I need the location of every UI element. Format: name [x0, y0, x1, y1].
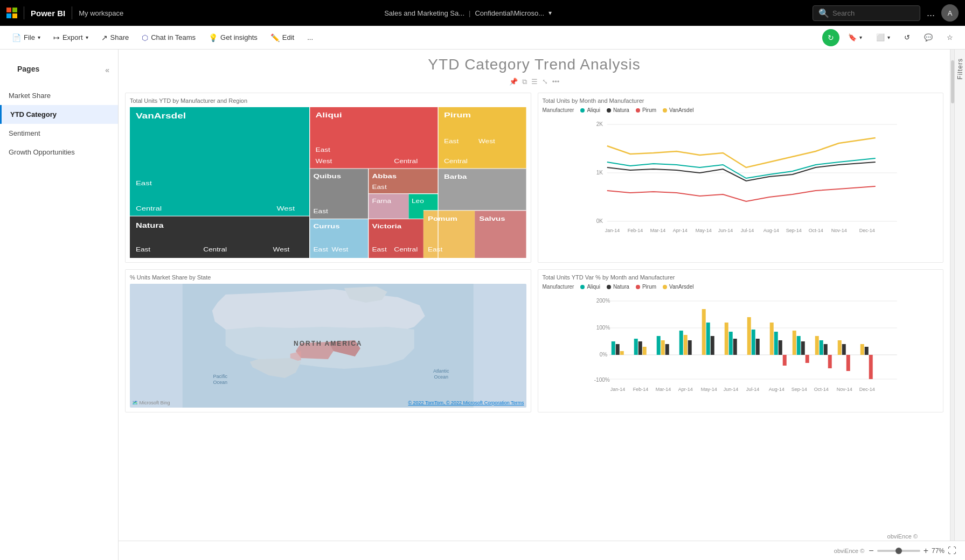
- legend-aliqui: Aliqui: [580, 107, 600, 113]
- svg-text:VanArsdel: VanArsdel: [136, 111, 186, 120]
- pages-title: Pages: [9, 60, 48, 80]
- star-button[interactable]: ☆: [941, 31, 959, 44]
- svg-text:NORTH AMERICA: NORTH AMERICA: [294, 340, 363, 347]
- svg-rect-118: [778, 340, 782, 355]
- svg-rect-107: [702, 309, 705, 355]
- copy-icon[interactable]: ⧉: [522, 78, 527, 86]
- powerbi-brand: Power BI: [31, 9, 65, 18]
- sidebar-item-ytd-category[interactable]: YTD Category: [0, 105, 118, 124]
- svg-text:Jul-14: Jul-14: [740, 228, 754, 233]
- bar-legend-aliqui: Aliqui: [580, 284, 600, 290]
- svg-text:West: West: [478, 138, 495, 145]
- export-icon: ↦: [53, 33, 60, 42]
- line-chart-container: Total Units by Month and Manufacturer Ma…: [538, 93, 944, 263]
- export-button[interactable]: ↦ Export ▾: [48, 31, 94, 44]
- svg-rect-122: [801, 341, 804, 355]
- bar-chart-legend: Manufacturer Aliqui Natura Pirum: [543, 284, 939, 290]
- svg-text:Oct-14: Oct-14: [814, 387, 828, 392]
- svg-text:Nov-14: Nov-14: [831, 228, 846, 233]
- zoom-slider[interactable]: [877, 550, 920, 552]
- svg-text:Aug-14: Aug-14: [768, 387, 784, 392]
- more-options-button[interactable]: ...: [925, 8, 937, 19]
- line-chart-legend: Manufacturer Aliqui Natura Pirum: [543, 107, 939, 113]
- svg-text:0K: 0K: [596, 218, 603, 224]
- chat-in-teams-button[interactable]: ⬡ Chat in Teams: [136, 31, 201, 44]
- map-terms[interactable]: © 2022 TomTom, © 2022 Microsoft Corporat…: [408, 400, 524, 405]
- svg-text:Victoria: Victoria: [372, 223, 401, 230]
- ellipsis-icon[interactable]: •••: [552, 78, 560, 86]
- svg-rect-119: [782, 355, 786, 366]
- share-icon: ↗: [101, 33, 108, 42]
- full-screen-icon[interactable]: ⛶: [948, 546, 956, 556]
- zoom-in-button[interactable]: +: [924, 546, 928, 556]
- refresh-button[interactable]: ↻: [822, 29, 839, 46]
- svg-text:Pirum: Pirum: [444, 111, 471, 119]
- svg-text:Farna: Farna: [372, 198, 391, 205]
- pin-icon[interactable]: 📌: [509, 78, 518, 86]
- filters-panel[interactable]: Filters: [954, 50, 965, 560]
- svg-text:Jul-14: Jul-14: [746, 387, 759, 392]
- collapse-icon[interactable]: «: [105, 66, 109, 74]
- share-button[interactable]: ↗ Share: [96, 31, 135, 44]
- avatar[interactable]: A: [941, 4, 959, 22]
- svg-rect-108: [706, 323, 710, 355]
- sidebar-item-market-share[interactable]: Market Share: [0, 86, 118, 105]
- svg-text:Jun-14: Jun-14: [723, 387, 738, 392]
- report-title-area: Sales and Marketing Sa... | Confidential…: [128, 9, 808, 17]
- treemap-label: Total Units YTD by Manufacturer and Regi…: [130, 97, 526, 104]
- svg-rect-98: [634, 339, 637, 355]
- treemap-visual[interactable]: VanArsdel East Central West Natura East …: [130, 107, 526, 258]
- svg-text:Ocean: Ocean: [213, 380, 227, 385]
- svg-text:Barba: Barba: [444, 173, 467, 180]
- svg-rect-130: [846, 355, 850, 371]
- svg-text:Pacific: Pacific: [213, 374, 227, 379]
- svg-text:Mar-14: Mar-14: [650, 228, 665, 233]
- map-visual[interactable]: NORTH AMERICA Pacific Ocean Atlantic Oce…: [130, 284, 526, 408]
- svg-text:Jun-14: Jun-14: [718, 228, 733, 233]
- svg-text:East: East: [314, 208, 329, 215]
- svg-text:Central: Central: [444, 158, 468, 164]
- search-box[interactable]: 🔍: [813, 5, 920, 21]
- copyright-footer: obviEnce ©: [834, 548, 864, 554]
- filters-label: Filters: [956, 58, 964, 80]
- svg-text:West: West: [273, 246, 290, 253]
- svg-text:1K: 1K: [596, 170, 603, 176]
- filter-icon[interactable]: ☰: [531, 78, 538, 86]
- svg-rect-110: [724, 323, 728, 355]
- zoom-out-button[interactable]: −: [869, 546, 873, 556]
- zoom-slider-thumb[interactable]: [895, 548, 902, 554]
- svg-rect-100: [642, 347, 646, 355]
- vertical-scrollbar[interactable]: [950, 50, 954, 560]
- comment-button[interactable]: 💬: [919, 31, 938, 44]
- bottom-bar: obviEnce © − + 77% ⛶: [119, 541, 965, 560]
- svg-rect-105: [683, 335, 687, 355]
- refresh-icon-button[interactable]: ↺: [899, 31, 915, 44]
- svg-text:West: West: [276, 205, 295, 212]
- copyright: obviEnce ©: [887, 533, 918, 540]
- sidebar-item-growth-opportunities[interactable]: Growth Opportunities: [0, 143, 118, 162]
- svg-rect-109: [710, 336, 714, 355]
- bookmark-button[interactable]: 🔖▾: [843, 31, 867, 44]
- more-toolbar-button[interactable]: ...: [302, 31, 318, 44]
- chevron-down-icon[interactable]: ▾: [549, 9, 552, 17]
- svg-rect-125: [819, 340, 823, 355]
- search-input[interactable]: [832, 9, 908, 17]
- svg-text:East: East: [316, 147, 331, 153]
- svg-rect-131: [860, 344, 864, 355]
- line-chart-label: Total Units by Month and Manufacturer: [543, 97, 939, 104]
- file-button[interactable]: 📄 File ▾: [6, 31, 46, 44]
- sidebar-item-sentiment[interactable]: Sentiment: [0, 124, 118, 143]
- svg-text:Dec-14: Dec-14: [859, 228, 874, 233]
- chevron-icon: ▾: [86, 34, 88, 40]
- treemap-container: Total Units YTD by Manufacturer and Regi…: [125, 93, 531, 263]
- svg-rect-113: [747, 317, 751, 355]
- view-button[interactable]: ⬜▾: [871, 31, 895, 44]
- svg-text:Dec-14: Dec-14: [859, 387, 874, 392]
- get-insights-button[interactable]: 💡 Get insights: [203, 31, 263, 44]
- svg-text:Feb-14: Feb-14: [627, 228, 643, 233]
- edit-button[interactable]: ✏️ Edit: [265, 31, 300, 44]
- expand-chart-icon[interactable]: ⤡: [542, 78, 548, 86]
- svg-rect-132: [864, 347, 868, 355]
- svg-rect-114: [751, 330, 755, 355]
- workspace-label[interactable]: My workspace: [79, 9, 123, 17]
